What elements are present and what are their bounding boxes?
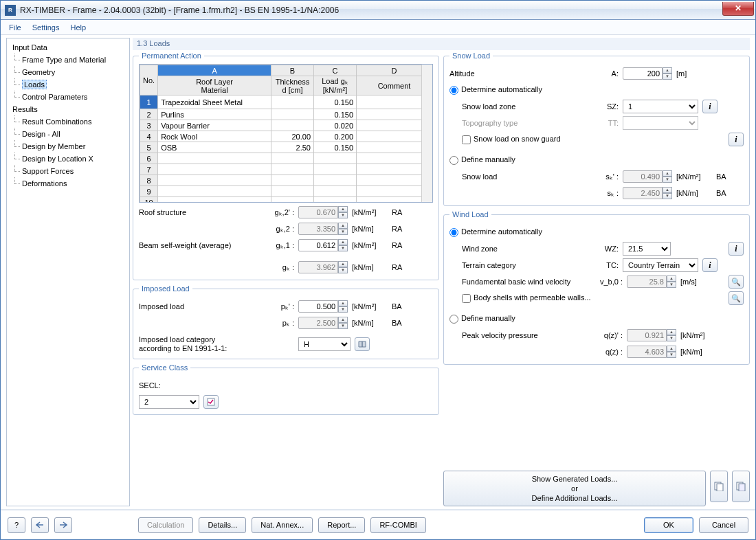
tree-support-forces[interactable]: Support Forces	[12, 165, 125, 177]
report-button[interactable]: Report...	[318, 517, 365, 533]
imposed-legend: Imposed Load	[139, 284, 192, 293]
menu-settings[interactable]: Settings	[27, 21, 65, 34]
app-icon: R	[5, 5, 16, 16]
menu-file[interactable]: File	[3, 21, 27, 34]
group-service-class: Service Class SECL: 2	[133, 363, 439, 415]
info-icon[interactable]: i	[729, 242, 744, 256]
snow-zone-select[interactable]: 1	[623, 100, 698, 113]
prev-button[interactable]	[31, 517, 49, 533]
pk-input[interactable]: ▲▼	[298, 317, 348, 329]
info-icon[interactable]: i	[702, 258, 718, 272]
footer: ? Calculation Details... Nat. Annex... R…	[1, 509, 755, 539]
col-b[interactable]: B	[271, 65, 314, 76]
skp-input[interactable]: ▲▼	[623, 170, 672, 183]
info-icon[interactable]: i	[729, 133, 744, 146]
tree-design-all[interactable]: Design - All	[12, 128, 125, 140]
wind-zone-select[interactable]: 21.5	[623, 242, 671, 256]
window-title: RX-TIMBER - Frame - 2.04.0003 (32bit) - …	[20, 5, 339, 15]
tree-results[interactable]: Results	[12, 103, 125, 115]
table-row[interactable]: 1Trapezoidal Sheet Metal0.150	[140, 95, 432, 109]
table-row[interactable]: 2Purlins0.150	[140, 109, 432, 120]
tree-deformations[interactable]: Deformations	[12, 177, 125, 190]
show-generated-loads-button[interactable]: Show Generated Loads... or Define Additi…	[443, 471, 706, 506]
peak-label: Peak velocity pressure	[462, 331, 587, 339]
gk-sym: gₖ :	[267, 263, 294, 272]
magnify-icon[interactable]: 🔍	[729, 275, 744, 289]
menu-help[interactable]: Help	[65, 21, 91, 34]
secl-label: SECL:	[139, 381, 166, 390]
table-row[interactable]: 10	[140, 197, 432, 203]
topo-select	[623, 116, 698, 130]
qz-input[interactable]: ▲▼	[627, 346, 676, 358]
page-title: 1.3 Loads	[133, 38, 750, 50]
permeable-check[interactable]: Body shells with permeable walls...	[462, 293, 591, 303]
tree-result-comb[interactable]: Result Combinations	[12, 115, 125, 128]
snow-manual-radio[interactable]: Define manually	[449, 155, 515, 165]
nat-annex-button[interactable]: Nat. Annex...	[252, 517, 313, 533]
table-row[interactable]: 4Rock Wool20.000.200	[140, 131, 432, 142]
secl-select[interactable]: 2	[139, 395, 199, 409]
close-button[interactable]: ✕	[722, 2, 754, 16]
table-row[interactable]: 6	[140, 153, 432, 164]
table-scrollbar[interactable]	[421, 65, 432, 202]
gk1-input[interactable]: ▲▼	[298, 239, 348, 251]
magnify-icon[interactable]: 🔍	[729, 291, 744, 305]
imposed-cat-label: Imposed load categoryaccording to EN 199…	[139, 335, 263, 353]
imposed-cat-select[interactable]: H	[298, 337, 351, 351]
menubar: File Settings Help	[1, 20, 755, 35]
tree-design-member[interactable]: Design by Member	[12, 140, 125, 153]
snow-guard-check[interactable]: Snow load on snow guard	[462, 135, 561, 144]
tree-loads[interactable]: Loads	[12, 78, 125, 91]
table-row[interactable]: 3Vapour Barrier0.020	[140, 120, 432, 131]
roof-layer-table[interactable]: No. A B C D Roof LayerMaterial	[140, 65, 432, 203]
wind-zone-label: Wind zone	[462, 245, 587, 253]
snow-legend: Snow Load	[449, 52, 493, 60]
altitude-label: Altitude	[449, 69, 587, 78]
wind-auto-radio[interactable]: Determine automatically	[449, 227, 542, 237]
tree-geometry[interactable]: Geometry	[12, 66, 125, 78]
cancel-button[interactable]: Cancel	[699, 517, 748, 533]
copy-icon[interactable]	[710, 471, 728, 502]
book-icon[interactable]	[355, 337, 370, 351]
tree-design-loc[interactable]: Design by Location X	[12, 153, 125, 165]
col-no: No.	[140, 65, 158, 95]
details-button[interactable]: Details...	[199, 517, 246, 533]
svg-rect-2	[717, 484, 723, 491]
sk-input[interactable]: ▲▼	[623, 187, 672, 199]
col-a[interactable]: A	[158, 65, 271, 76]
secl-pick-icon[interactable]	[203, 395, 219, 409]
table-row[interactable]: 9	[140, 186, 432, 197]
altitude-input[interactable]: ▲▼	[623, 67, 672, 80]
table-row[interactable]: 7	[140, 164, 432, 175]
vb-label: Fundamental basic wind velocity	[462, 278, 587, 286]
table-row[interactable]: 8	[140, 175, 432, 186]
next-button[interactable]	[54, 517, 72, 533]
col-d[interactable]: D	[357, 65, 432, 76]
pkp-input[interactable]: ▲▼	[298, 300, 348, 313]
ok-button[interactable]: OK	[644, 517, 693, 533]
calculation-button[interactable]: Calculation	[138, 517, 193, 533]
info-icon[interactable]: i	[702, 100, 718, 113]
tree-control-params[interactable]: Control Parameters	[12, 91, 125, 103]
help-button[interactable]: ?	[8, 517, 25, 533]
gk2p-sym: gₖ,2' :	[267, 208, 294, 217]
window: R RX-TIMBER - Frame - 2.04.0003 (32bit) …	[0, 0, 756, 540]
tree-input-data[interactable]: Input Data	[12, 41, 125, 54]
gk2-input[interactable]: ▲▼	[298, 223, 348, 235]
rf-combi-button[interactable]: RF-COMBI	[370, 517, 425, 533]
copy2-icon[interactable]	[732, 471, 750, 502]
gk2p-input[interactable]: ▲▼	[298, 206, 348, 218]
group-permanent-action: Permanent Action No. A B C	[133, 52, 439, 280]
wind-manual-radio[interactable]: Define manually	[449, 314, 515, 324]
svg-rect-4	[739, 484, 745, 491]
topo-label: Topography type	[462, 119, 587, 127]
tree-frame-type[interactable]: Frame Type and Material	[12, 54, 125, 66]
vb-input[interactable]: ▲▼	[627, 275, 676, 288]
terrain-label: Terrain category	[462, 261, 587, 269]
col-c[interactable]: C	[314, 65, 357, 76]
qzp-input[interactable]: ▲▼	[627, 329, 676, 341]
snow-auto-radio[interactable]: Determine automatically	[449, 85, 542, 95]
terrain-select[interactable]: Country Terrain	[623, 258, 698, 272]
gk-input[interactable]: ▲▼	[298, 261, 348, 273]
table-row[interactable]: 5OSB2.500.150	[140, 142, 432, 153]
